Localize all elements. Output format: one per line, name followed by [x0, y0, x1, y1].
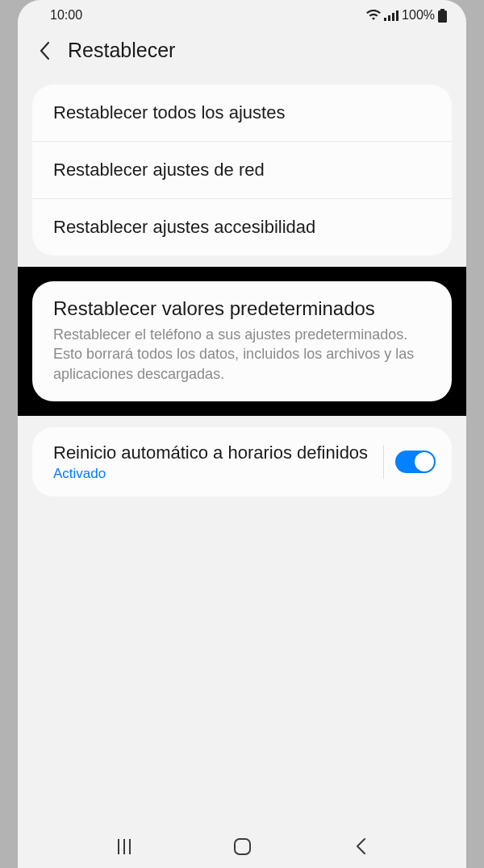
nav-home-button[interactable] [234, 838, 251, 855]
page-title: Restablecer [68, 39, 175, 62]
navigation-bar [18, 837, 466, 855]
factory-reset-description: Restablecer el teléfono a sus ajustes pr… [53, 325, 431, 384]
svg-rect-1 [388, 15, 390, 21]
svg-rect-5 [438, 10, 447, 23]
auto-restart-toggle[interactable] [395, 451, 436, 473]
nav-recents-button[interactable] [118, 839, 131, 854]
auto-restart-title: Reinicio automático a horarios definidos [53, 442, 383, 465]
status-right: 100% [366, 8, 447, 23]
reset-network-settings-item[interactable]: Restablecer ajustes de red [32, 142, 452, 199]
wifi-icon [366, 10, 381, 21]
reset-all-settings-item[interactable]: Restablecer todos los ajustes [32, 85, 452, 142]
svg-rect-3 [396, 10, 398, 21]
phone-screen: 10:00 100% Restablecer Restab [18, 0, 466, 868]
highlighted-section: Restablecer valores predeterminados Rest… [18, 267, 466, 416]
toggle-switch-container [383, 445, 436, 479]
factory-reset-title: Restablecer valores predeterminados [53, 297, 431, 320]
reset-options-card: Restablecer todos los ajustes Restablece… [32, 85, 452, 255]
list-item-label: Restablecer ajustes de red [53, 160, 431, 181]
svg-rect-4 [440, 9, 444, 10]
auto-restart-item[interactable]: Reinicio automático a horarios definidos… [32, 427, 452, 497]
status-bar: 10:00 100% [18, 0, 466, 27]
switch-thumb [415, 452, 434, 471]
signal-icon [384, 10, 398, 21]
list-item-label: Restablecer todos los ajustes [53, 102, 431, 123]
battery-percentage: 100% [402, 8, 435, 23]
status-time: 10:00 [50, 8, 82, 23]
back-icon[interactable] [39, 41, 50, 60]
svg-rect-0 [384, 18, 386, 21]
auto-restart-status: Activado [53, 466, 383, 482]
list-item-label: Restablecer ajustes accesibilidad [53, 217, 431, 238]
page-header: Restablecer [18, 27, 466, 78]
nav-back-button[interactable] [355, 837, 366, 855]
factory-reset-item[interactable]: Restablecer valores predeterminados Rest… [32, 281, 452, 401]
reset-accessibility-settings-item[interactable]: Restablecer ajustes accesibilidad [32, 199, 452, 255]
battery-icon [438, 9, 447, 23]
auto-restart-content: Reinicio automático a horarios definidos… [53, 442, 383, 483]
svg-rect-2 [392, 13, 394, 21]
